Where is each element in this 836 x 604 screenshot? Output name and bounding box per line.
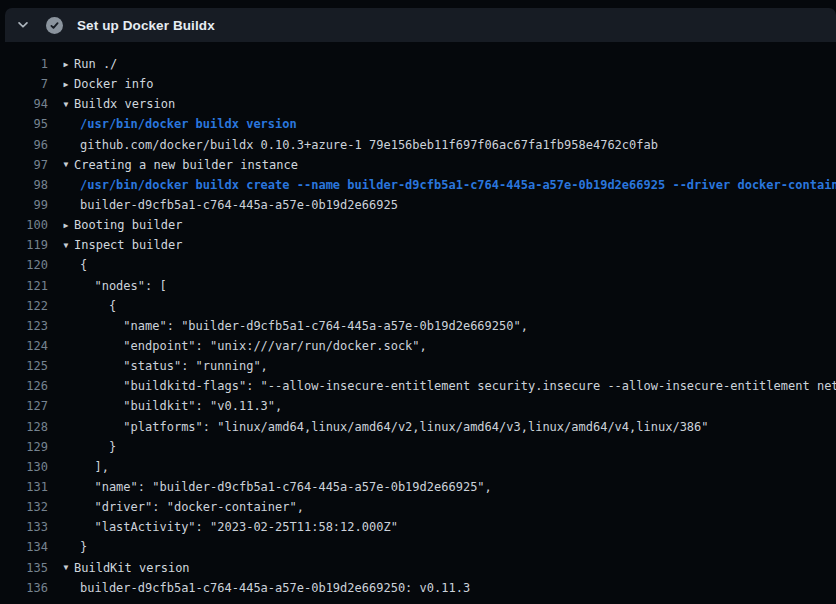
log-line: 122 { — [0, 296, 836, 316]
actions-log-page: Set up Docker Buildx 1 ▶ Run ./ 7 ▶ Dock… — [0, 0, 836, 604]
log-line[interactable]: 7 ▶ Docker info — [0, 74, 836, 94]
log-line: 132 "driver": "docker-container", — [0, 497, 836, 517]
group-toggle-icon[interactable]: ▶ — [58, 80, 74, 89]
log-text: /usr/bin/docker buildx create --name bui… — [74, 178, 836, 192]
log-line: 136 builder-d9cfb5a1-c764-445a-a57e-0b19… — [0, 578, 836, 598]
group-toggle-icon[interactable]: ▼ — [58, 563, 74, 572]
line-number[interactable]: 124 — [0, 339, 48, 353]
line-number[interactable]: 94 — [0, 97, 48, 111]
step-title: Set up Docker Buildx — [77, 18, 215, 33]
line-number[interactable]: 1 — [0, 57, 48, 71]
log-line[interactable]: 94 ▼ Buildx version — [0, 94, 836, 114]
log-line: 124 "endpoint": "unix:///var/run/docker.… — [0, 336, 836, 356]
log-text: "driver": "docker-container", — [74, 500, 304, 514]
log-text: BuildKit version — [74, 561, 190, 575]
log-text: "status": "running", — [74, 359, 268, 373]
log-text: Creating a new builder instance — [74, 158, 298, 172]
log-line: 123 "name": "builder-d9cfb5a1-c764-445a-… — [0, 316, 836, 336]
log-text: Buildx version — [74, 97, 175, 111]
line-number[interactable]: 119 — [0, 238, 48, 252]
log-viewer: 1 ▶ Run ./ 7 ▶ Docker info 94 ▼ Buildx v… — [0, 42, 836, 604]
line-number[interactable]: 129 — [0, 440, 48, 454]
log-line[interactable]: 135 ▼ BuildKit version — [0, 558, 836, 578]
log-line: 96 github.com/docker/buildx 0.10.3+azure… — [0, 135, 836, 155]
line-number[interactable]: 134 — [0, 540, 48, 554]
line-number[interactable]: 136 — [0, 581, 48, 595]
line-number[interactable]: 132 — [0, 500, 48, 514]
line-number[interactable]: 135 — [0, 561, 48, 575]
log-line[interactable]: 100 ▶ Booting builder — [0, 215, 836, 235]
log-line: 125 "status": "running", — [0, 356, 836, 376]
line-number[interactable]: 130 — [0, 460, 48, 474]
line-number[interactable]: 131 — [0, 480, 48, 494]
log-text: builder-d9cfb5a1-c764-445a-a57e-0b19d2e6… — [74, 198, 398, 212]
step-header[interactable]: Set up Docker Buildx — [5, 8, 836, 42]
log-line: 131 "name": "builder-d9cfb5a1-c764-445a-… — [0, 477, 836, 497]
log-text: { — [74, 258, 87, 272]
log-text: "endpoint": "unix:///var/run/docker.sock… — [74, 339, 427, 353]
log-line: 126 "buildkitd-flags": "--allow-insecure… — [0, 376, 836, 396]
log-text: github.com/docker/buildx 0.10.3+azure-1 … — [74, 138, 658, 152]
line-number[interactable]: 126 — [0, 379, 48, 393]
log-text: /usr/bin/docker buildx version — [74, 117, 297, 131]
line-number[interactable]: 95 — [0, 117, 48, 131]
line-number[interactable]: 98 — [0, 178, 48, 192]
line-number[interactable]: 96 — [0, 138, 48, 152]
line-number[interactable]: 97 — [0, 158, 48, 172]
log-text: { — [74, 299, 116, 313]
line-number[interactable]: 121 — [0, 279, 48, 293]
log-text: Run ./ — [74, 57, 117, 71]
log-text: "name": "builder-d9cfb5a1-c764-445a-a57e… — [74, 480, 492, 494]
line-number[interactable]: 100 — [0, 218, 48, 232]
log-text: "platforms": "linux/amd64,linux/amd64/v2… — [74, 420, 709, 434]
log-line: 128 "platforms": "linux/amd64,linux/amd6… — [0, 417, 836, 437]
log-line[interactable]: 1 ▶ Run ./ — [0, 54, 836, 74]
log-line: 129 } — [0, 437, 836, 457]
group-toggle-icon[interactable]: ▶ — [58, 60, 74, 69]
log-text: "lastActivity": "2023-02-25T11:58:12.000… — [74, 520, 398, 534]
group-toggle-icon[interactable]: ▼ — [58, 160, 74, 169]
line-number[interactable]: 127 — [0, 399, 48, 413]
log-line[interactable]: 119 ▼ Inspect builder — [0, 235, 836, 255]
log-line[interactable]: 97 ▼ Creating a new builder instance — [0, 155, 836, 175]
log-text: } — [74, 540, 87, 554]
log-text: Booting builder — [74, 218, 182, 232]
log-line: 98 /usr/bin/docker buildx create --name … — [0, 175, 836, 195]
log-line: 121 "nodes": [ — [0, 276, 836, 296]
log-text: Inspect builder — [74, 238, 182, 252]
log-text: "name": "builder-d9cfb5a1-c764-445a-a57e… — [74, 319, 528, 333]
group-toggle-icon[interactable]: ▼ — [58, 100, 74, 109]
line-number[interactable]: 99 — [0, 198, 48, 212]
log-text: "nodes": [ — [74, 279, 167, 293]
log-line: 130 ], — [0, 457, 836, 477]
log-line: 134 } — [0, 537, 836, 557]
log-text: builder-d9cfb5a1-c764-445a-a57e-0b19d2e6… — [74, 581, 470, 595]
line-number[interactable]: 123 — [0, 319, 48, 333]
log-text: "buildkit": "v0.11.3", — [74, 399, 282, 413]
line-number[interactable]: 133 — [0, 520, 48, 534]
log-line: 120 { — [0, 255, 836, 275]
chevron-down-icon[interactable] — [15, 17, 31, 33]
line-number[interactable]: 125 — [0, 359, 48, 373]
log-line: 133 "lastActivity": "2023-02-25T11:58:12… — [0, 517, 836, 537]
check-circle-icon — [46, 17, 63, 34]
line-number[interactable]: 7 — [0, 77, 48, 91]
line-number[interactable]: 122 — [0, 299, 48, 313]
log-text: } — [74, 440, 116, 454]
line-number[interactable]: 128 — [0, 420, 48, 434]
group-toggle-icon[interactable]: ▼ — [58, 241, 74, 250]
group-toggle-icon[interactable]: ▶ — [58, 221, 74, 230]
log-line: 99 builder-d9cfb5a1-c764-445a-a57e-0b19d… — [0, 195, 836, 215]
log-line: 127 "buildkit": "v0.11.3", — [0, 396, 836, 416]
log-text: "buildkitd-flags": "--allow-insecure-ent… — [74, 379, 836, 393]
log-text: Docker info — [74, 77, 153, 91]
log-text: ], — [74, 460, 109, 474]
line-number[interactable]: 120 — [0, 258, 48, 272]
log-line: 95 /usr/bin/docker buildx version — [0, 114, 836, 134]
